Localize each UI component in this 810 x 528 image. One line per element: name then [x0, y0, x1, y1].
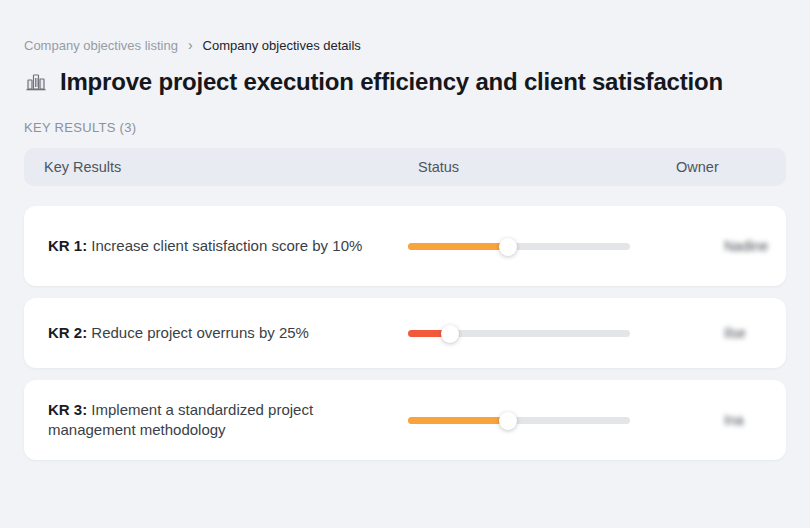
- kr-description: KR 2: Reduce project overruns by 25%: [48, 323, 366, 343]
- table-header: Key Results Status Owner: [24, 148, 786, 186]
- key-results-list: KR 1: Increase client satisfaction score…: [24, 206, 786, 460]
- kr-description: KR 1: Increase client satisfaction score…: [48, 236, 366, 256]
- avatar: [668, 224, 712, 268]
- kr-label: KR 2:: [48, 324, 87, 341]
- column-header-owner: Owner: [676, 159, 786, 175]
- kr-progress-slider[interactable]: [408, 330, 630, 337]
- owner-name: Ilse: [724, 325, 746, 341]
- breadcrumb: Company objectives listing › Company obj…: [24, 38, 786, 53]
- owner-name: Nadine: [724, 238, 768, 254]
- table-row-kr1[interactable]: KR 1: Increase client satisfaction score…: [24, 206, 786, 286]
- kr-progress-slider[interactable]: [408, 417, 630, 424]
- breadcrumb-item-details: Company objectives details: [203, 38, 361, 53]
- chevron-right-icon: ›: [188, 38, 193, 52]
- progress-fill: [408, 417, 508, 424]
- column-header-key-results: Key Results: [44, 159, 418, 175]
- kr-text: Implement a standardized project managem…: [48, 401, 313, 438]
- owner-cell: Ina: [668, 398, 786, 442]
- owner-name: Ina: [724, 412, 743, 428]
- slider-handle[interactable]: [441, 325, 459, 343]
- avatar: [668, 311, 712, 355]
- owner-cell: Nadine: [668, 224, 786, 268]
- objective-details-page: Company objectives listing › Company obj…: [0, 0, 810, 460]
- buildings-icon: [24, 70, 48, 94]
- kr-label: KR 1:: [48, 237, 87, 254]
- column-header-status: Status: [418, 159, 676, 175]
- progress-fill: [408, 243, 508, 250]
- breadcrumb-item-listing[interactable]: Company objectives listing: [24, 38, 178, 53]
- table-row-kr2[interactable]: KR 2: Reduce project overruns by 25% Ils…: [24, 298, 786, 368]
- kr-progress-slider[interactable]: [408, 243, 630, 250]
- kr-text: Reduce project overruns by 25%: [91, 324, 309, 341]
- table-row-kr3[interactable]: KR 3: Implement a standardized project m…: [24, 380, 786, 460]
- owner-cell: Ilse: [668, 311, 786, 355]
- kr-description: KR 3: Implement a standardized project m…: [48, 400, 366, 440]
- kr-label: KR 3:: [48, 401, 87, 418]
- key-results-section-label: KEY RESULTS (3): [24, 120, 786, 135]
- avatar: [668, 398, 712, 442]
- slider-handle[interactable]: [499, 412, 517, 430]
- page-title: Improve project execution efficiency and…: [60, 68, 723, 96]
- objective-title-row: Improve project execution efficiency and…: [24, 68, 786, 96]
- slider-handle[interactable]: [499, 238, 517, 256]
- kr-text: Increase client satisfaction score by 10…: [91, 237, 362, 254]
